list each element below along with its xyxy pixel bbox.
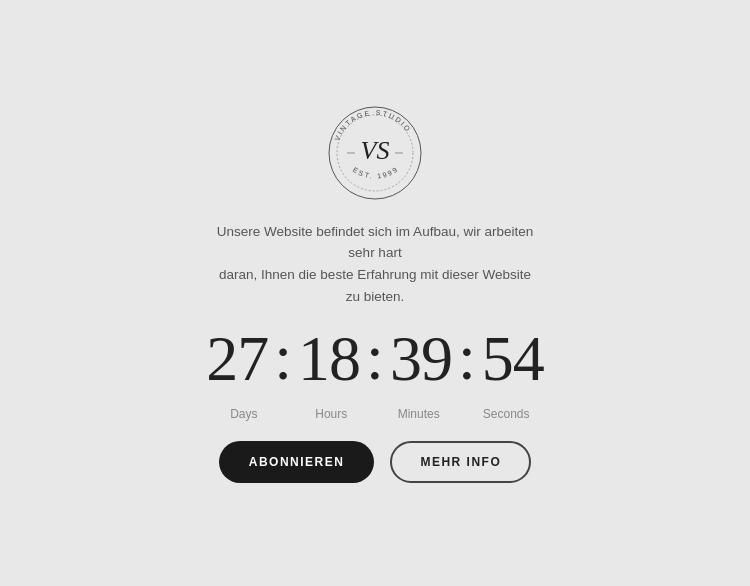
label-seconds: Seconds <box>469 407 544 421</box>
subscribe-button[interactable]: ABONNIEREN <box>219 441 375 483</box>
countdown-display: 27 : 18 : 39 : 54 <box>206 327 543 391</box>
countdown-seconds: 54 <box>482 327 544 391</box>
label-days: Days <box>206 407 281 421</box>
label-hours: Hours <box>294 407 369 421</box>
svg-text:VS: VS <box>361 136 390 165</box>
separator-2: : <box>360 326 390 390</box>
logo-circle: VINTAGE STUDIO EST. 1999 VS <box>325 103 425 203</box>
more-info-button[interactable]: MEHR INFO <box>390 441 531 483</box>
countdown-minutes-segment: 39 <box>390 327 452 391</box>
countdown-hours-segment: 18 <box>298 327 360 391</box>
separator-3: : <box>452 326 482 390</box>
separator-1: : <box>268 326 298 390</box>
svg-text:EST. 1999: EST. 1999 <box>352 165 400 180</box>
buttons-row: ABONNIEREN MEHR INFO <box>219 441 532 483</box>
countdown-days: 27 <box>206 327 268 391</box>
countdown-seconds-segment: 54 <box>482 327 544 391</box>
countdown-days-segment: 27 <box>206 327 268 391</box>
countdown-labels: Days Hours Minutes Seconds <box>206 401 543 441</box>
label-minutes: Minutes <box>381 407 456 421</box>
main-container: VINTAGE STUDIO EST. 1999 VS Unsere Websi… <box>206 103 543 483</box>
countdown-minutes: 39 <box>390 327 452 391</box>
description-text: Unsere Website befindet sich im Aufbau, … <box>215 221 535 307</box>
countdown-hours: 18 <box>298 327 360 391</box>
logo-wrapper: VINTAGE STUDIO EST. 1999 VS <box>325 103 425 203</box>
